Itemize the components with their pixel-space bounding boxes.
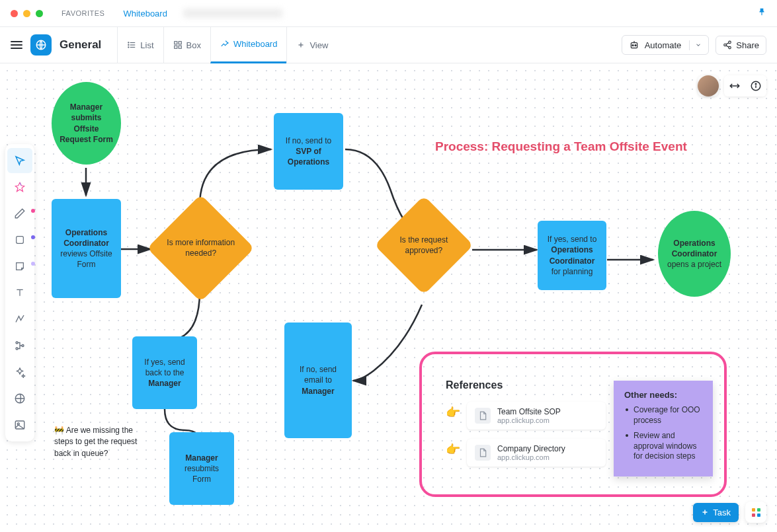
node-more-info-decision[interactable]: Is more information needed? (147, 194, 255, 302)
view-tab-whiteboard-label: Whiteboard (233, 39, 277, 49)
node-manager-resubmits[interactable]: Manager resubmits Form (169, 432, 234, 505)
ref-sub: app.clickup.com (497, 453, 565, 461)
web-tool[interactable] (7, 386, 32, 411)
fit-width-icon[interactable] (724, 75, 745, 96)
node-manager-submits[interactable]: Manager submits Offsite Request Form (52, 82, 121, 165)
node-label: If no, send to SVP of Operations (280, 135, 337, 168)
svg-point-18 (724, 44, 727, 46)
favorites-tab-hidden (183, 9, 282, 18)
org-tool[interactable] (7, 333, 32, 358)
svg-line-21 (726, 46, 729, 47)
automate-label: Automate (645, 40, 682, 50)
window-titlebar: FAVORITES Whiteboard (0, 0, 777, 26)
references-title: References (446, 379, 606, 391)
share-label: Share (736, 40, 759, 50)
shape-tool[interactable] (7, 227, 32, 252)
plus-icon (701, 508, 709, 516)
document-icon (475, 445, 491, 461)
image-tool[interactable] (7, 412, 32, 437)
main-toolbar: General List Box Whiteboard View Automat… (0, 26, 777, 63)
svg-rect-22 (17, 237, 24, 244)
window-close-icon[interactable] (11, 10, 18, 17)
robot-icon (629, 40, 639, 50)
apps-icon (752, 508, 760, 517)
apps-button[interactable] (745, 502, 766, 523)
svg-rect-10 (179, 46, 181, 48)
svg-point-19 (729, 46, 731, 49)
sticky-title: Other needs: (624, 390, 702, 400)
info-icon[interactable] (745, 75, 766, 96)
view-tab-whiteboard[interactable]: Whiteboard (210, 26, 286, 63)
svg-point-24 (16, 348, 18, 350)
add-view[interactable]: View (286, 26, 337, 63)
sticky-tool[interactable] (7, 254, 32, 279)
node-svp[interactable]: If no, send to SVP of Operations (274, 113, 343, 190)
reference-card[interactable]: Team Offsite SOPapp.clickup.com (467, 402, 606, 430)
create-task-button[interactable]: Task (693, 503, 739, 522)
node-label: Is more information needed? (163, 237, 239, 258)
svg-point-6 (128, 47, 129, 48)
svg-point-4 (128, 42, 129, 43)
canvas-top-controls (698, 75, 766, 96)
user-avatar[interactable] (698, 75, 719, 96)
text-tool[interactable] (7, 280, 32, 305)
process-title[interactable]: Process: Requesting a Team Offsite Event (435, 139, 687, 154)
reference-card[interactable]: Company Directoryapp.clickup.com (467, 439, 606, 467)
node-ops-reviews[interactable]: Operations Coordinator reviews Offsite F… (52, 199, 121, 298)
canvas-bottom-controls: Task (693, 502, 766, 523)
node-label: Is the request approved? (389, 235, 459, 256)
ref-title: Company Directory (497, 444, 565, 453)
view-tabs: List Box Whiteboard View (117, 26, 337, 63)
favorites-tab-whiteboard[interactable]: Whiteboard (123, 9, 167, 19)
chevron-down-icon[interactable] (689, 40, 702, 50)
pointing-emoji-icon: 👉 (446, 405, 460, 420)
node-label: Manager submits Offsite Request Form (58, 102, 114, 145)
view-tab-list[interactable]: List (117, 26, 163, 63)
svg-point-31 (755, 83, 757, 85)
connector-tool[interactable] (7, 307, 32, 332)
svg-rect-7 (174, 42, 177, 44)
plus-icon (296, 40, 306, 50)
svg-rect-8 (179, 42, 181, 44)
ref-title: Team Offsite SOP (497, 407, 561, 416)
node-open-project[interactable]: Operations Coordinator opens a project (658, 211, 731, 297)
box-icon (173, 40, 183, 50)
menu-icon[interactable] (11, 41, 22, 49)
pen-tool[interactable] (7, 201, 32, 226)
window-zoom-icon[interactable] (36, 10, 43, 17)
sticky-item: Coverage for OOO process (634, 405, 702, 426)
view-tab-box[interactable]: Box (163, 26, 210, 63)
select-tool[interactable] (7, 148, 32, 173)
task-label: Task (713, 508, 731, 517)
add-view-label: View (309, 40, 328, 50)
ai-tool[interactable] (7, 174, 32, 200)
pin-icon[interactable] (757, 7, 766, 19)
svg-point-15 (635, 45, 636, 46)
automate-button[interactable]: Automate (622, 35, 710, 55)
node-label: If yes, send back to the Manager (139, 357, 190, 389)
node-label: Operations Coordinator opens a project (665, 238, 724, 270)
svg-point-5 (128, 44, 129, 45)
node-email-manager[interactable]: If no, send email to Manager (284, 323, 352, 438)
sticky-note[interactable]: Other needs: Coverage for OOO process Re… (614, 381, 713, 476)
node-send-back-manager[interactable]: If yes, send back to the Manager (132, 336, 197, 409)
sticky-item: Review and approval windows for decision… (634, 431, 702, 462)
comment-text[interactable]: 🚧 Are we missing the steps to get the re… (54, 425, 147, 459)
view-tab-box-label: Box (186, 40, 201, 50)
node-approved-decision[interactable]: Is the request approved? (374, 196, 473, 295)
ref-sub: app.clickup.com (497, 416, 561, 424)
svg-point-17 (729, 41, 731, 43)
space-globe-icon[interactable] (30, 34, 52, 56)
svg-point-14 (632, 45, 634, 46)
node-ops-planning[interactable]: If yes, send to Operations Coordinator f… (538, 221, 606, 290)
window-minimize-icon[interactable] (23, 10, 30, 17)
whiteboard-canvas[interactable]: Process: Requesting a Team Offsite Event… (0, 63, 777, 532)
svg-line-20 (726, 43, 729, 44)
pointing-emoji-icon: 👉 (446, 442, 460, 457)
space-title[interactable]: General (60, 38, 101, 52)
list-icon (127, 40, 136, 50)
share-button[interactable]: Share (716, 36, 766, 55)
sticky-list: Coverage for OOO process Review and appr… (624, 405, 702, 462)
node-label: Operations Coordinator reviews Offsite F… (58, 227, 114, 270)
sparkle-tool[interactable] (7, 360, 32, 385)
